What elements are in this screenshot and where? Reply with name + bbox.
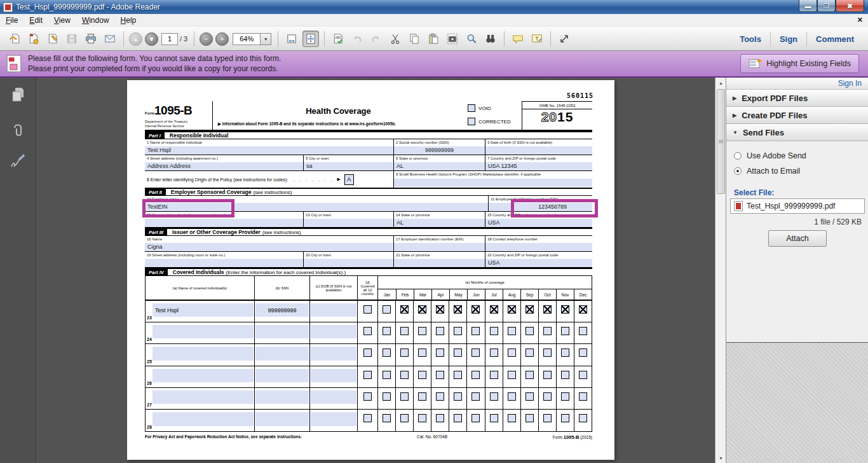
previous-page-button[interactable]: ▲ — [129, 32, 142, 46]
covered-ssn-field[interactable] — [255, 325, 309, 338]
month-checkbox-aug[interactable] — [508, 371, 516, 379]
export-pdf-panel-header[interactable]: ▶ Export PDF Files — [726, 90, 868, 107]
month-checkbox-mar[interactable] — [418, 392, 426, 401]
create-pdf-panel-header[interactable]: ▶ Create PDF Files — [726, 107, 868, 124]
month-checkbox-may[interactable] — [454, 414, 462, 422]
zoom-in-button[interactable]: + — [215, 32, 229, 46]
next-page-button[interactable]: ▼ — [145, 32, 158, 46]
field14-value[interactable]: AL — [394, 219, 485, 227]
menu-edit[interactable]: Edit — [24, 15, 48, 26]
field1-value[interactable]: Test Hspl — [145, 146, 393, 155]
month-checkbox-jan[interactable] — [383, 305, 391, 314]
month-checkbox-jul[interactable] — [490, 371, 498, 379]
covered-ssn-field[interactable] — [255, 347, 309, 360]
sign-in-link[interactable]: Sign In — [838, 79, 862, 88]
paste-button[interactable] — [425, 31, 442, 47]
month-checkbox-jul[interactable] — [490, 349, 498, 357]
month-checkbox-apr[interactable] — [436, 414, 444, 422]
covered-ssn-field[interactable] — [255, 390, 309, 404]
zoom-level-control[interactable]: 64% ▼ — [233, 33, 271, 45]
zoom-dropdown-button[interactable]: ▼ — [261, 33, 271, 45]
month-checkbox-oct[interactable] — [543, 414, 552, 422]
month-checkbox-dec[interactable] — [579, 392, 587, 401]
fit-width-button[interactable] — [283, 31, 300, 47]
selected-file-item[interactable]: Test_Hspl_999999999.pdf — [730, 198, 865, 214]
month-checkbox-aug[interactable] — [508, 392, 516, 401]
month-checkbox-jul[interactable] — [490, 414, 498, 422]
covered-all-12-months-checkbox[interactable] — [363, 305, 372, 314]
month-checkbox-jan[interactable] — [383, 392, 391, 401]
month-checkbox-mar[interactable] — [418, 371, 426, 379]
field8-value[interactable]: A — [344, 174, 354, 185]
save-button[interactable] — [64, 31, 80, 47]
open-button[interactable] — [6, 31, 23, 47]
close-document-button[interactable]: ✕ — [857, 16, 863, 24]
email-button[interactable] — [102, 31, 118, 47]
text-note-button[interactable]: T — [529, 31, 545, 47]
month-checkbox-nov[interactable] — [561, 371, 569, 379]
month-checkbox-sep[interactable] — [526, 392, 534, 401]
field16-value[interactable]: Cigna — [145, 243, 393, 251]
highlight-existing-fields-button[interactable]: Highlight Existing Fields — [740, 54, 859, 73]
field12-value[interactable] — [145, 219, 303, 227]
month-checkbox-aug[interactable] — [508, 327, 516, 335]
month-checkbox-jun[interactable] — [471, 349, 480, 357]
month-checkbox-feb[interactable] — [400, 392, 409, 401]
edit-button[interactable] — [44, 31, 61, 47]
month-checkbox-feb[interactable] — [400, 414, 409, 422]
month-checkbox-nov[interactable] — [561, 305, 569, 314]
sign-tab[interactable]: Sign — [771, 32, 806, 46]
month-checkbox-jan[interactable] — [383, 371, 391, 379]
covered-all-12-months-checkbox[interactable] — [363, 371, 372, 379]
signatures-button[interactable] — [0, 149, 36, 174]
month-checkbox-dec[interactable] — [579, 327, 587, 335]
field7-value[interactable]: USA 12345 — [485, 162, 592, 170]
month-checkbox-sep[interactable] — [526, 414, 534, 422]
month-checkbox-jan[interactable] — [383, 349, 391, 357]
covered-name-field[interactable]: Test Hspl — [153, 303, 254, 317]
month-checkbox-sep[interactable] — [526, 305, 534, 314]
covered-dob-field[interactable] — [311, 347, 356, 360]
page-thumbnails-button[interactable] — [0, 83, 36, 108]
month-checkbox-jun[interactable] — [471, 327, 480, 335]
copy-button[interactable] — [406, 31, 423, 47]
month-checkbox-may[interactable] — [454, 371, 462, 379]
page-number-input[interactable] — [161, 33, 178, 45]
month-checkbox-nov[interactable] — [561, 327, 569, 335]
undo-button[interactable] — [349, 31, 365, 47]
document-canvas[interactable]: 560115 Form1095-B Department of the Trea… — [36, 78, 715, 463]
month-checkbox-sep[interactable] — [526, 349, 534, 357]
covered-ssn-field[interactable] — [255, 412, 309, 426]
menu-window[interactable]: Window — [76, 15, 115, 26]
month-checkbox-oct[interactable] — [543, 305, 552, 314]
covered-all-12-months-checkbox[interactable] — [363, 414, 372, 422]
month-checkbox-may[interactable] — [454, 305, 462, 314]
month-checkbox-dec[interactable] — [579, 349, 587, 357]
month-checkbox-jul[interactable] — [490, 392, 498, 401]
month-checkbox-nov[interactable] — [561, 414, 569, 422]
month-checkbox-jun[interactable] — [471, 371, 480, 379]
corrected-checkbox[interactable] — [468, 118, 475, 125]
month-checkbox-nov[interactable] — [561, 392, 569, 401]
month-checkbox-feb[interactable] — [400, 371, 409, 379]
attach-to-email-option[interactable]: Attach to Email — [734, 167, 800, 176]
covered-name-field[interactable] — [153, 369, 254, 382]
month-checkbox-sep[interactable] — [526, 371, 534, 379]
month-checkbox-mar[interactable] — [418, 414, 426, 422]
covered-all-12-months-checkbox[interactable] — [363, 392, 372, 401]
month-checkbox-may[interactable] — [454, 392, 462, 401]
find-button[interactable] — [482, 31, 499, 47]
menu-view[interactable]: View — [48, 15, 76, 26]
restore-button[interactable]: ❐ — [817, 0, 836, 12]
month-checkbox-dec[interactable] — [579, 414, 587, 422]
covered-name-field[interactable] — [153, 412, 254, 426]
month-checkbox-may[interactable] — [454, 327, 462, 335]
send-files-panel-header[interactable]: ▼ Send Files — [726, 124, 868, 141]
month-checkbox-oct[interactable] — [543, 371, 552, 379]
field22-value[interactable]: USA — [485, 259, 592, 267]
covered-dob-field[interactable] — [311, 390, 356, 404]
month-checkbox-aug[interactable] — [508, 305, 516, 314]
month-checkbox-apr[interactable] — [436, 305, 444, 314]
attach-button[interactable]: Attach — [768, 230, 827, 247]
field18-value[interactable] — [485, 243, 592, 251]
